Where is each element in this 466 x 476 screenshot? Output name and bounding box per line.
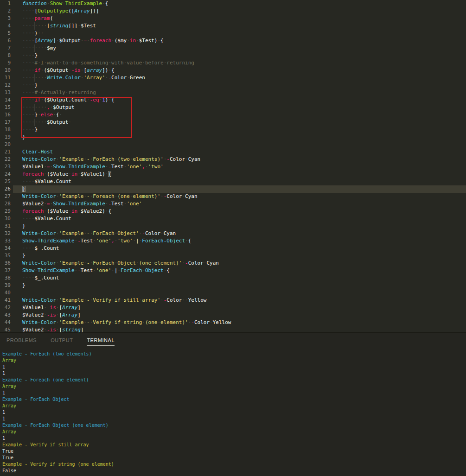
terminal-line: 1 bbox=[2, 409, 466, 416]
code-line: 39} bbox=[0, 282, 466, 289]
code-text: Write-Color·'Example·-·ForEach·Object·(o… bbox=[22, 260, 219, 267]
tab-output[interactable]: OUTPUT bbox=[51, 337, 73, 345]
line-number: 38 bbox=[0, 274, 11, 282]
terminal-line: 1 bbox=[2, 364, 466, 370]
line-number: 26 bbox=[0, 185, 11, 193]
line-number: 32 bbox=[0, 230, 11, 237]
terminal-line: 1 bbox=[2, 390, 466, 396]
code-text: ········$my bbox=[22, 44, 56, 52]
code-line: 18····} bbox=[0, 126, 466, 133]
code-text: Write-Color·'Example·-·Verify·if·still·a… bbox=[22, 297, 206, 304]
code-line: 3····param( bbox=[0, 15, 466, 22]
terminal-line: Example - ForEach Object bbox=[2, 396, 466, 403]
line-number: 15 bbox=[0, 104, 11, 111]
code-line: 10····if·($Output·-is·[array])·{ bbox=[0, 67, 466, 74]
code-line: 19} bbox=[0, 133, 466, 141]
line-number: 18 bbox=[0, 126, 11, 133]
line-number: 23 bbox=[0, 163, 11, 171]
code-line: 41Write-Color·'Example·-·Verify·if·still… bbox=[0, 297, 466, 304]
tab-problems[interactable]: PROBLEMS bbox=[6, 337, 37, 345]
line-number: 28 bbox=[0, 200, 11, 208]
code-text: Show-ThirdExample·-Test·'one',·'two'·|·F… bbox=[22, 237, 191, 245]
code-text: ········Write-Color·'Array'·-Color·Green bbox=[22, 74, 145, 82]
line-number: 45 bbox=[0, 326, 11, 332]
code-line: 9····#·I·want·to·do·something·with·value… bbox=[0, 59, 466, 67]
code-line: 36Write-Color·'Example·-·ForEach·Object·… bbox=[0, 260, 466, 267]
line-number: 35 bbox=[0, 252, 11, 260]
line-number: 17 bbox=[0, 119, 11, 126]
terminal-output[interactable]: Example - ForEach (two elements)Array11E… bbox=[0, 347, 466, 474]
code-editor[interactable]: 1function·Show-ThirdExample·{2····[Outpu… bbox=[0, 0, 466, 332]
terminal-line: Array bbox=[2, 403, 466, 409]
code-line: 35} bbox=[0, 252, 466, 260]
code-text: ····} bbox=[22, 82, 38, 89]
terminal-line: 1 bbox=[2, 435, 466, 442]
code-text: } bbox=[22, 252, 26, 260]
code-line: 37Show-ThirdExample·-Test·'one'·|·ForEac… bbox=[0, 267, 466, 274]
line-number: 27 bbox=[0, 193, 11, 200]
code-text: } bbox=[22, 282, 26, 289]
code-line: 2····[OutputType([Array])] bbox=[0, 7, 466, 15]
code-text: ····$_.Count bbox=[22, 274, 59, 282]
code-text: $Value2·-is·[string] bbox=[22, 326, 83, 332]
code-line: 24foreach·($Value·in·$Value1)·{ bbox=[0, 171, 466, 178]
code-line: 6····[Array]·$Output·=·foreach·($my·in·$… bbox=[0, 37, 466, 44]
code-line: 45$Value2·-is·[string] bbox=[0, 326, 466, 332]
code-line: 34····$_.Count bbox=[0, 245, 466, 252]
line-number: 6 bbox=[0, 37, 11, 44]
terminal-line: Example - ForEach Object (one element) bbox=[2, 422, 466, 429]
code-line: 11········Write-Color·'Array'·-Color·Gre… bbox=[0, 74, 466, 82]
line-number: 10 bbox=[0, 67, 11, 74]
code-text: ····if·($Output.Count·-eq·1)·{ bbox=[22, 96, 115, 104]
terminal-line: 1 bbox=[2, 416, 466, 422]
code-line: 23$Value1·=·Show-ThirdExample·-Test·'one… bbox=[0, 163, 466, 171]
line-number: 14 bbox=[0, 96, 11, 104]
code-text: ····)·· bbox=[22, 30, 44, 37]
line-number: 16 bbox=[0, 111, 11, 119]
tab-terminal[interactable]: TERMINAL bbox=[87, 337, 115, 346]
code-text: ········$Output· bbox=[22, 119, 71, 126]
code-line: 26} bbox=[0, 185, 466, 193]
terminal-line: Example - Verify if still array bbox=[2, 442, 466, 448]
code-text: Clear-Host bbox=[22, 148, 53, 156]
code-text: ····#·I·want·to·do·something·with·value·… bbox=[22, 59, 194, 67]
line-number: 41 bbox=[0, 297, 11, 304]
terminal-line: Array bbox=[2, 429, 466, 435]
line-number: 29 bbox=[0, 208, 11, 215]
code-text: Write-Color·'Example·-·Foreach·(one·elem… bbox=[22, 193, 198, 200]
code-line: 20 bbox=[0, 141, 466, 148]
terminal-line: 1 bbox=[2, 370, 466, 377]
code-text: $Value2·=·Show-ThirdExample·-Test·'one' bbox=[22, 200, 142, 208]
terminal-line: Array bbox=[2, 383, 466, 390]
code-line: 27Write-Color·'Example·-·Foreach·(one·el… bbox=[0, 193, 466, 200]
line-number: 42 bbox=[0, 304, 11, 311]
terminal-line: Array bbox=[2, 357, 466, 364]
code-line: 22Write-Color·'Example·-·ForEach·(two·el… bbox=[0, 156, 466, 163]
code-line: 42$Value1·-is·[Array] bbox=[0, 304, 466, 311]
code-line: 17········$Output· bbox=[0, 119, 466, 126]
line-number: 12 bbox=[0, 82, 11, 89]
line-number: 9 bbox=[0, 59, 11, 67]
code-text: ····} bbox=[22, 126, 38, 133]
terminal-line: True bbox=[2, 455, 466, 461]
line-number: 13 bbox=[0, 89, 11, 96]
code-line: 14····if·($Output.Count·-eq·1)·{ bbox=[0, 96, 466, 104]
code-text: Write-Color·'Example·-·Verify·if·string·… bbox=[22, 319, 231, 326]
code-text: ········,·$Output bbox=[22, 104, 75, 111]
code-text: ····param( bbox=[22, 15, 53, 22]
code-text: $Value2·-is·[Array] bbox=[22, 311, 81, 319]
code-line: 40 bbox=[0, 289, 466, 297]
code-text: $Value1·=·Show-ThirdExample·-Test·'one',… bbox=[22, 163, 164, 171]
code-line: 31} bbox=[0, 222, 466, 230]
code-line: 8····} bbox=[0, 52, 466, 59]
line-number: 33 bbox=[0, 237, 11, 245]
code-text: ····if·($Output·-is·[array])·{ bbox=[22, 67, 115, 74]
code-line: 15········,·$Output bbox=[0, 104, 466, 111]
terminal-line: Example - Foreach (one element) bbox=[2, 377, 466, 383]
line-number: 4 bbox=[0, 22, 11, 30]
code-text: ····}·else·{· bbox=[22, 111, 62, 119]
code-text: } bbox=[22, 222, 26, 230]
code-text: } bbox=[22, 185, 26, 193]
terminal-line: False bbox=[2, 468, 466, 474]
code-text: foreach·($Value·in·$Value1)·{ bbox=[22, 171, 111, 178]
